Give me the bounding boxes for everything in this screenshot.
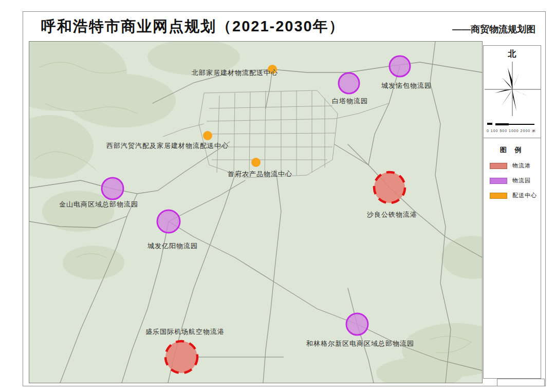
legend-label: 物流园 <box>512 177 531 184</box>
label-capital-agricultural-products-center: 首府农产品物流中心 <box>228 170 292 179</box>
distribution-center-swatch <box>490 193 507 199</box>
label-chengfa-yiyang-logistics-park: 城发亿阳物流园 <box>147 241 198 251</box>
label-connectors <box>197 70 284 357</box>
legend-label: 物流港 <box>512 162 531 170</box>
label-jinshan-ecommerce-hq-logistics-park: 金山电商区域总部物流园 <box>59 200 138 209</box>
planning-map-page: 呼和浩特市商业网点规划（2021-2030年） ——商贸物流规划图 <box>0 0 555 392</box>
legend-label: 配送中心 <box>512 192 537 199</box>
sidebar-divider <box>484 138 541 138</box>
legend-item-distribution-center: 配送中心 <box>490 192 541 199</box>
scale-bar: 0 100 500 1000 2000 米 <box>487 119 538 134</box>
marker-chengfa-yiyang-logistics-park[interactable] <box>157 210 180 233</box>
map-sidebar: 北 0 100 500 1000 2000 米 <box>483 45 541 379</box>
north-label: 北 <box>484 49 541 60</box>
legend-item-logistics-port: 物流港 <box>490 162 541 170</box>
page-title: 呼和浩特市商业网点规划（2021-2030年） <box>41 16 345 37</box>
label-north-home-building-materials-dc: 北部家居建材物流配送中心 <box>192 68 278 78</box>
marker-helingeer-new-area-ecommerce-hq-park[interactable] <box>346 313 368 335</box>
logistics-port-swatch <box>490 163 507 169</box>
marker-shengle-intl-airport-air-logistics-port[interactable] <box>165 341 197 373</box>
compass-rose-icon <box>484 60 542 117</box>
label-baita-logistics-park: 白塔物流园 <box>332 97 368 106</box>
marker-west-auto-trade-home-materials-dc[interactable] <box>203 131 212 140</box>
label-chengfa-naobao-logistics-park: 城发恼包物流园 <box>381 81 432 90</box>
legend-title: 图 例 <box>484 145 541 155</box>
label-shaliang-road-rail-logistics-port: 沙良公铁物流港 <box>367 210 417 219</box>
label-helingeer-new-area-ecommerce-hq-park: 和林格尔新区电商区域总部物流园 <box>306 339 414 348</box>
label-shengle-intl-airport-air-logistics-port: 盛乐国际机场航空物流港 <box>145 327 225 337</box>
legend-item-logistics-park: 物流园 <box>490 177 541 184</box>
title-block <box>497 379 545 386</box>
marker-shaliang-road-rail-logistics-port[interactable] <box>374 172 405 203</box>
label-west-auto-trade-home-materials-dc: 西部汽贸汽配及家居建材物流配送中心 <box>106 141 229 151</box>
map-canvas[interactable]: 北部家居建材物流配送中心 西部汽贸汽配及家居建材物流配送中心 首府农产品物流中心… <box>29 41 483 383</box>
marker-jinshan-ecommerce-hq-logistics-park[interactable] <box>102 178 123 199</box>
marker-baita-logistics-park[interactable] <box>339 73 359 94</box>
marker-capital-agricultural-products-center[interactable] <box>251 158 261 167</box>
scale-bar-ticks: 0 100 500 1000 2000 米 <box>487 128 538 134</box>
logistics-park-swatch <box>490 178 507 184</box>
marker-chengfa-naobao-logistics-park[interactable] <box>390 56 410 77</box>
page-subtitle: ——商贸物流规划图 <box>452 23 535 35</box>
